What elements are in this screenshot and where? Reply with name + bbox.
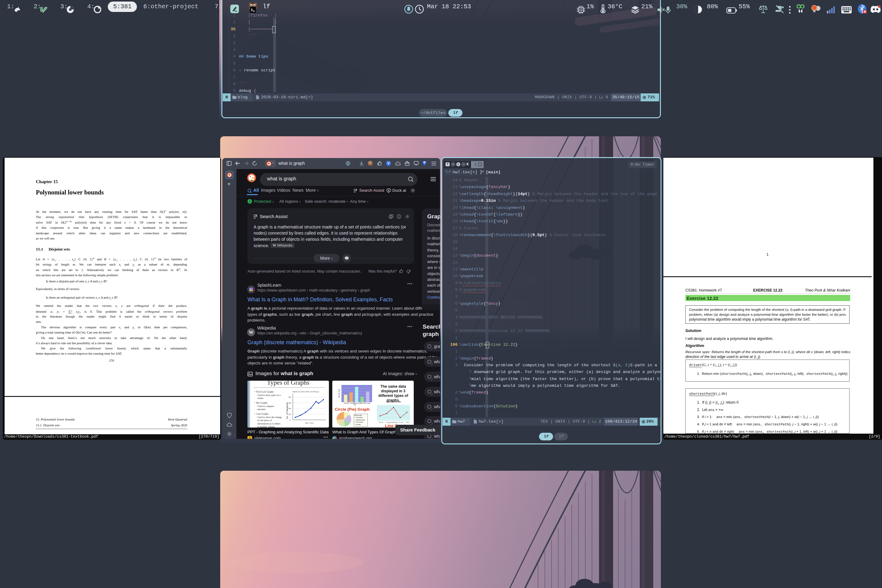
svg-text:Amount Sold: Amount Sold — [338, 389, 340, 398]
svg-text:Thursday: Thursday — [398, 422, 404, 423]
svg-text:0: 0 — [290, 419, 291, 421]
svg-text:Smalltown Teens With Cells Pho: Smalltown Teens With Cells Phones — [292, 391, 319, 393]
svg-text:Friday: Friday — [367, 402, 370, 404]
svg-text:800: 800 — [288, 396, 291, 398]
svg-text:Monday: Monday — [344, 402, 349, 404]
svg-text:200: 200 — [288, 413, 291, 415]
svg-text:Age in Years: Age in Years — [305, 422, 314, 424]
svg-text:Monday: Monday — [379, 422, 383, 423]
svg-text:Thursday: Thursday — [360, 402, 367, 404]
svg-text:Tuesday: Tuesday — [386, 422, 390, 423]
svg-text:400: 400 — [288, 408, 291, 410]
svg-text:Friday: Friday — [406, 422, 409, 423]
svg-text:Wednesday: Wednesday — [391, 422, 398, 423]
svg-text:Day: Day — [354, 404, 357, 405]
svg-text:600: 600 — [288, 402, 291, 404]
svg-text:No. of Students: No. of Students — [286, 402, 288, 419]
